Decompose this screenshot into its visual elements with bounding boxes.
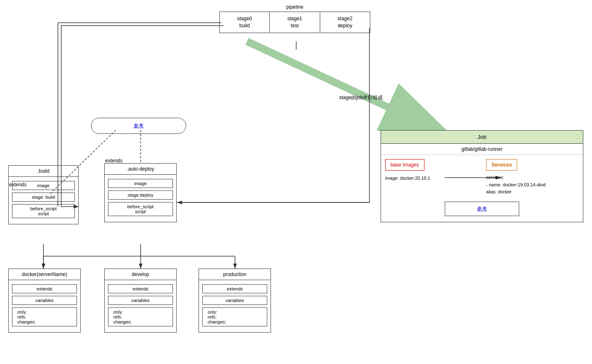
stage1-name: stage1 <box>271 15 318 22</box>
diagram-container: pipeline stage0 build stage1 test stage2… <box>0 0 592 364</box>
job-box: Job gitlab/gitlab-runner base Images ima… <box>381 130 583 222</box>
ref-box-top: 参考 <box>91 118 186 134</box>
image-text: image: docker:20.10.1 <box>385 176 478 181</box>
stage0-sub: build <box>221 22 268 29</box>
stage2-name: stage2 <box>322 15 368 22</box>
production-item-1: variables <box>202 296 267 305</box>
pipeline-stages: stage0 build stage1 test stage2 deploy <box>219 12 370 33</box>
job-ref-box: 参考 <box>445 202 519 216</box>
job-left: base Images image: docker:20.10.1 <box>385 159 478 181</box>
job-ref-link[interactable]: 参考 <box>477 206 487 212</box>
auto-deploy-item-1: stage:deploy <box>108 190 173 200</box>
production-title: production <box>199 269 271 280</box>
stage2-sub: deploy <box>322 22 368 29</box>
job-header: Job <box>381 131 583 144</box>
extends-label-2: extends <box>105 158 122 164</box>
ref-top-link[interactable]: 参考 <box>134 123 144 128</box>
docker-box: docker(serverName) extends variables onl… <box>8 269 81 333</box>
auto-deploy-title: .auto-deploy <box>105 164 176 175</box>
develop-items: extends variables only: refs: changes: <box>105 280 176 332</box>
auto-deploy-box: .auto-deploy image stage:deploy before_s… <box>104 163 177 222</box>
develop-title: develop <box>105 269 176 280</box>
pipeline-box: pipeline stage0 build stage1 test stage2… <box>219 4 370 33</box>
build-box: .build image stage: build before_script … <box>8 165 79 224</box>
pipeline-label: pipeline <box>219 4 370 10</box>
job-ref-wrapper: 参考 <box>381 202 583 222</box>
docker-title: docker(serverName) <box>9 269 80 280</box>
stage2-cell: stage2 deploy <box>320 12 370 33</box>
production-items: extends variables only: refs: changes: <box>199 280 271 332</box>
develop-box: develop extends variables only: refs: ch… <box>104 269 177 333</box>
stage1-cell: stage1 test <box>270 12 320 33</box>
svg-line-2 <box>247 41 455 138</box>
build-item-1: stage: build <box>12 193 75 202</box>
develop-item-0: extends <box>108 284 173 293</box>
develop-item-1: variables <box>108 296 173 305</box>
production-item-0: extends <box>202 284 267 293</box>
docker-item-2: only: refs: changes: <box>12 307 77 326</box>
docker-item-1: variables <box>12 296 77 305</box>
auto-deploy-items: image stage:deploy before_script script <box>105 175 176 222</box>
stage1-sub: test <box>271 22 318 29</box>
build-items: image stage: build before_script script <box>9 177 78 224</box>
docker-items: extends variables only: refs: changes: <box>9 280 80 332</box>
production-item-2: only: refs: changes: <box>202 307 267 326</box>
services-text: services: - name: docker:19.03.14-dind a… <box>486 174 579 196</box>
production-box: production extends variables only: refs:… <box>199 269 271 333</box>
auto-deploy-item-2: before_script script <box>108 202 173 216</box>
build-title: .build <box>9 166 78 177</box>
stage0-cell: stage0 build <box>220 12 270 33</box>
docker-item-0: extends <box>12 284 77 293</box>
job-right: Services services: - name: docker:19.03.… <box>486 159 579 196</box>
job-content: base Images image: docker:20.10.1 Servic… <box>381 155 583 200</box>
base-images-button[interactable]: base Images <box>385 159 424 171</box>
build-item-2: before_script script <box>12 204 75 218</box>
stage0-name: stage0 <box>221 15 268 22</box>
auto-deploy-item-0: image <box>108 179 173 188</box>
build-item-0: image <box>12 181 75 190</box>
job-runner: gitlab/gitlab-runner <box>381 144 583 155</box>
services-button[interactable]: Services <box>486 159 517 171</box>
develop-item-2: only: refs: changes: <box>108 307 173 326</box>
stage-parallel-label: stage由job并行组成 <box>339 94 383 101</box>
